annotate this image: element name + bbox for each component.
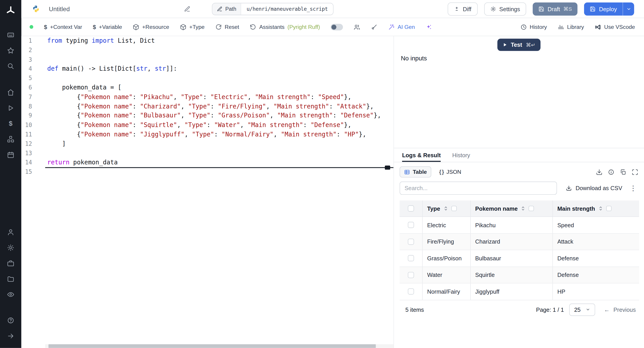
expand-sidebar-arrow-icon[interactable] xyxy=(3,328,18,344)
library-button[interactable]: Library xyxy=(558,24,584,30)
kebab-menu-icon[interactable]: ⋮ xyxy=(630,185,636,192)
help-icon[interactable] xyxy=(3,313,18,328)
add-resource-button[interactable]: +Resource xyxy=(133,24,169,30)
code-line[interactable]: 6 pokemon_data = [ xyxy=(22,83,394,92)
assistants-status: (Pyright Ruff) xyxy=(287,24,320,30)
column-filter-checkbox[interactable] xyxy=(529,206,534,211)
row-checkbox[interactable] xyxy=(408,255,414,262)
view-table-chip[interactable]: Table xyxy=(400,166,431,178)
table-row[interactable]: Fire/FlyingCharizardAttack xyxy=(400,234,639,250)
code-line[interactable]: 10 {"Pokemon name": "Squirtle", "Type": … xyxy=(22,120,394,130)
code-format-brush-icon[interactable] xyxy=(371,24,378,30)
right-panel: Test ⌘↵ No inputs Logs & Result History xyxy=(394,36,644,348)
add-context-var-button[interactable]: $ +Context Var xyxy=(44,24,82,30)
tab-history[interactable]: History xyxy=(452,148,470,162)
code-text xyxy=(32,74,51,83)
horizontal-scrollbar-thumb[interactable] xyxy=(48,344,376,348)
path-control[interactable]: Path u/henri/maneuverable_script xyxy=(212,3,334,15)
horizontal-scrollbar-track[interactable] xyxy=(45,344,394,348)
runs-play-icon[interactable] xyxy=(3,100,18,116)
column-header-type[interactable]: Type xyxy=(427,205,440,212)
folders-icon[interactable] xyxy=(3,271,18,287)
history-button[interactable]: History xyxy=(520,24,547,30)
download-result-icon[interactable] xyxy=(596,169,602,175)
apps-icon[interactable] xyxy=(3,27,18,43)
user-icon[interactable] xyxy=(3,224,18,240)
clock-icon xyxy=(520,24,527,30)
row-checkbox[interactable] xyxy=(408,222,414,228)
users-icon[interactable] xyxy=(354,24,360,30)
reset-button[interactable]: Reset xyxy=(215,24,239,30)
settings-gear-icon[interactable] xyxy=(3,240,18,256)
download-icon xyxy=(566,185,572,191)
draft-shortcut: ⌘S xyxy=(563,6,572,12)
row-checkbox[interactable] xyxy=(408,239,414,245)
row-checkbox[interactable] xyxy=(408,288,414,295)
table-row[interactable]: Grass/PoisonBulbasaurDefense xyxy=(400,250,639,267)
workers-briefcase-icon[interactable] xyxy=(3,256,18,271)
search-icon[interactable] xyxy=(3,58,18,74)
sort-icon[interactable] xyxy=(520,206,526,211)
settings-button[interactable]: Settings xyxy=(484,2,526,16)
code-line[interactable]: 7 {"Pokemon name": "Pikachu", "Type": "E… xyxy=(22,92,394,102)
test-button[interactable]: Test ⌘↵ xyxy=(497,39,541,51)
resources-icon[interactable] xyxy=(3,132,18,147)
deploy-button[interactable]: Deploy xyxy=(584,2,623,16)
audit-eye-icon[interactable] xyxy=(3,287,18,302)
code-line[interactable]: 1from typing import List, Dict xyxy=(22,36,394,46)
code-line[interactable]: 4def main() -> List[Dict[str, str]]: xyxy=(22,64,394,74)
page-size-select[interactable]: 25 xyxy=(569,303,595,316)
draft-button[interactable]: Draft ⌘S xyxy=(533,2,578,16)
line-number: 15 xyxy=(22,167,32,177)
maximize-icon[interactable] xyxy=(632,169,638,175)
gear-icon xyxy=(490,6,496,12)
code-line[interactable]: 9 {"Pokemon name": "Bulbasaur", "Type": … xyxy=(22,111,394,120)
deploy-options-chevron-icon[interactable] xyxy=(622,2,634,16)
code-line[interactable]: 14return pokemon_data xyxy=(22,158,394,167)
editor-split-handle[interactable] xyxy=(385,166,390,170)
code-line[interactable]: 2 xyxy=(22,46,394,55)
table-row[interactable]: ElectricPikachuSpeed xyxy=(400,217,639,234)
edit-summary-pencil-icon[interactable] xyxy=(184,6,190,12)
download-csv-button[interactable]: Download as CSV xyxy=(566,185,622,192)
cell-type: Fire/Flying xyxy=(422,234,471,250)
variables-dollar-icon[interactable]: $ xyxy=(3,116,18,132)
column-filter-checkbox[interactable] xyxy=(451,206,456,211)
diff-button[interactable]: Diff xyxy=(448,2,478,16)
code-line[interactable]: 15 xyxy=(22,167,394,177)
multiplayer-toggle[interactable] xyxy=(331,24,343,30)
sort-icon[interactable] xyxy=(598,206,603,211)
sparkles-icon[interactable] xyxy=(426,24,432,30)
column-header-main-strength[interactable]: Main strength xyxy=(557,205,595,212)
use-vscode-button[interactable]: Use VScode xyxy=(594,24,635,30)
home-icon[interactable] xyxy=(3,84,18,100)
add-variable-button[interactable]: $ +Variable xyxy=(93,24,122,30)
previous-page-button[interactable]: ← Previous xyxy=(604,306,636,313)
assistants-control[interactable]: Assistants (Pyright Ruff) xyxy=(250,24,320,30)
search-input[interactable] xyxy=(400,182,557,195)
copy-icon[interactable] xyxy=(620,169,626,175)
info-icon[interactable] xyxy=(608,169,614,175)
cell-main-strength: HP xyxy=(553,283,639,300)
table-row[interactable]: WaterSquirtleDefense xyxy=(400,267,639,283)
code-line[interactable]: 13 xyxy=(22,148,394,158)
tab-logs-result[interactable]: Logs & Result xyxy=(402,148,441,162)
view-json-chip[interactable]: { } JSON xyxy=(435,166,466,178)
code-line[interactable]: 8 {"Pokemon name": "Charizard", "Type": … xyxy=(22,102,394,111)
ai-gen-button[interactable]: AI Gen xyxy=(388,24,415,30)
table-row[interactable]: Normal/FairyJigglypuffHP xyxy=(400,283,639,300)
sort-icon[interactable] xyxy=(443,206,448,211)
code-editor[interactable]: 1from typing import List, Dict2 3 4def m… xyxy=(22,36,394,348)
column-filter-checkbox[interactable] xyxy=(606,206,612,211)
schedules-calendar-icon[interactable] xyxy=(3,147,18,163)
select-all-checkbox[interactable] xyxy=(408,205,414,212)
code-line[interactable]: 3 xyxy=(22,55,394,64)
row-checkbox[interactable] xyxy=(408,272,414,278)
add-type-button[interactable]: +Type xyxy=(180,24,204,30)
favorites-star-icon[interactable] xyxy=(3,43,18,58)
windmill-logo-icon[interactable] xyxy=(3,3,18,18)
code-line[interactable]: 12 ] xyxy=(22,139,394,148)
code-line[interactable]: 11 {"Pokemon name": "Jigglypuff", "Type"… xyxy=(22,130,394,139)
column-header-pokemon-name[interactable]: Pokemon name xyxy=(475,205,518,212)
code-line[interactable]: 5 xyxy=(22,74,394,83)
